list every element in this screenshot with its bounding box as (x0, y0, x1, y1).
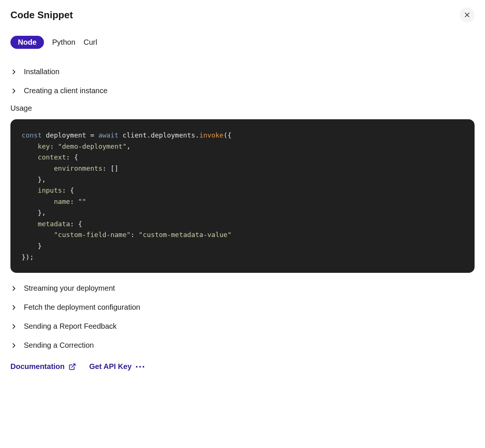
code-block: const deployment = await client.deployme… (10, 119, 475, 273)
close-icon (464, 12, 470, 18)
code-token: : { (62, 186, 74, 194)
code-token: inputs (38, 186, 62, 194)
code-token: await (98, 131, 118, 139)
close-button[interactable] (460, 7, 475, 22)
section-streaming[interactable]: Streaming your deployment (10, 279, 475, 298)
code-token: "demo-deployment" (58, 142, 127, 150)
section-label: Creating a client instance (24, 86, 108, 95)
tab-curl[interactable]: Curl (83, 36, 97, 49)
code-token: }, (38, 209, 46, 217)
footer-link-label: Documentation (10, 362, 65, 371)
code-token: : (70, 198, 78, 205)
code-token: const (22, 131, 42, 139)
code-token: "custom-field-name" (54, 231, 131, 239)
code-token: }, (38, 176, 46, 183)
code-token: : { (70, 220, 82, 228)
code-token: context (38, 153, 66, 161)
svg-point-3 (136, 366, 137, 367)
chevron-right-icon (10, 304, 17, 311)
code-token: . (195, 131, 199, 139)
code-token: invoke (199, 131, 224, 139)
chevron-right-icon (10, 323, 17, 330)
code-token: : (50, 142, 58, 150)
section-label: Sending a Correction (24, 341, 94, 350)
section-label: Installation (24, 67, 60, 76)
tab-python[interactable]: Python (52, 36, 75, 49)
code-token: deployment (42, 131, 90, 139)
code-token: key (38, 142, 50, 150)
section-label: Fetch the deployment configuration (24, 303, 140, 312)
footer-link-label: Get API Key (89, 362, 132, 371)
code-token: environments (54, 164, 102, 172)
get-api-key-link[interactable]: Get API Key (89, 362, 145, 371)
code-token: : [] (102, 164, 118, 172)
section-label: Streaming your deployment (24, 284, 115, 293)
svg-point-4 (139, 366, 141, 367)
code-token: , (127, 142, 131, 150)
code-token: }); (22, 253, 34, 261)
documentation-link[interactable]: Documentation (10, 362, 76, 371)
language-tabs: Node Python Curl (10, 36, 475, 49)
code-token: . (147, 131, 151, 139)
code-token: : { (66, 153, 78, 161)
chevron-right-icon (10, 285, 17, 292)
code-token: = (90, 131, 98, 139)
code-token: "" (78, 198, 86, 205)
code-token: ({ (224, 131, 232, 139)
external-link-icon (69, 363, 76, 370)
section-installation[interactable]: Installation (10, 62, 475, 81)
chevron-right-icon (10, 342, 17, 349)
code-token: client (118, 131, 147, 139)
chevron-right-icon (10, 69, 17, 75)
code-token: deployments (151, 131, 195, 139)
code-token: name (54, 198, 70, 205)
section-creating-client[interactable]: Creating a client instance (10, 81, 475, 100)
section-label: Sending a Report Feedback (24, 322, 117, 331)
tab-node[interactable]: Node (10, 36, 44, 49)
section-fetch-config[interactable]: Fetch the deployment configuration (10, 298, 475, 317)
chevron-right-icon (10, 88, 17, 94)
section-correction[interactable]: Sending a Correction (10, 336, 475, 355)
code-token: metadata (38, 220, 70, 228)
section-report-feedback[interactable]: Sending a Report Feedback (10, 317, 475, 336)
usage-heading: Usage (10, 104, 475, 113)
code-token: "custom-metadata-value" (139, 231, 231, 239)
svg-point-5 (143, 366, 144, 367)
page-title: Code Snippet (10, 9, 73, 21)
code-token: : (131, 231, 139, 239)
svg-line-2 (72, 364, 75, 367)
asterisks-icon (135, 364, 145, 369)
code-token: } (38, 242, 42, 250)
